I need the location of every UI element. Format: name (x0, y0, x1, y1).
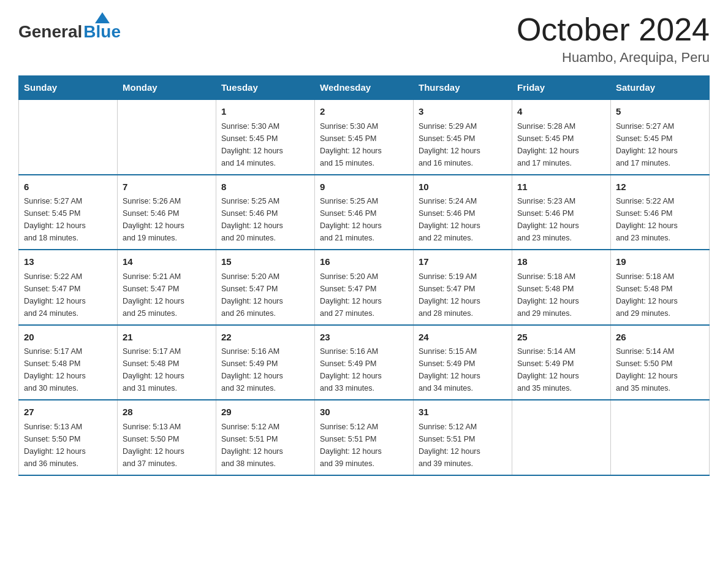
calendar-cell: 8Sunrise: 5:25 AMSunset: 5:46 PMDaylight… (216, 175, 315, 250)
day-info: Sunrise: 5:12 AMSunset: 5:51 PMDaylight:… (221, 423, 283, 468)
calendar-cell: 14Sunrise: 5:21 AMSunset: 5:47 PMDayligh… (118, 250, 216, 325)
day-info: Sunrise: 5:29 AMSunset: 5:45 PMDaylight:… (419, 122, 480, 167)
day-number: 1 (221, 105, 309, 119)
day-info: Sunrise: 5:13 AMSunset: 5:50 PMDaylight:… (123, 423, 184, 468)
calendar-cell: 21Sunrise: 5:17 AMSunset: 5:48 PMDayligh… (118, 325, 216, 400)
day-number: 12 (616, 180, 704, 194)
column-header-wednesday: Wednesday (315, 76, 414, 100)
calendar-cell (512, 400, 611, 475)
day-info: Sunrise: 5:16 AMSunset: 5:49 PMDaylight:… (221, 347, 283, 393)
day-number: 11 (517, 180, 605, 194)
day-number: 14 (123, 255, 211, 269)
calendar-cell: 28Sunrise: 5:13 AMSunset: 5:50 PMDayligh… (118, 400, 216, 475)
day-number: 31 (419, 405, 507, 419)
location-subtitle: Huambo, Arequipa, Peru (517, 50, 710, 66)
day-info: Sunrise: 5:30 AMSunset: 5:45 PMDaylight:… (221, 122, 283, 167)
day-info: Sunrise: 5:28 AMSunset: 5:45 PMDaylight:… (517, 122, 579, 167)
day-info: Sunrise: 5:17 AMSunset: 5:48 PMDaylight:… (123, 347, 184, 393)
calendar-cell (118, 99, 216, 175)
logo-general-text: General (18, 22, 82, 42)
day-number: 28 (123, 405, 211, 419)
logo-blue-text: Blue (83, 22, 121, 42)
day-info: Sunrise: 5:17 AMSunset: 5:48 PMDaylight:… (24, 347, 86, 393)
day-number: 2 (320, 105, 408, 119)
day-number: 6 (24, 180, 112, 194)
calendar-cell: 20Sunrise: 5:17 AMSunset: 5:48 PMDayligh… (19, 325, 118, 400)
day-number: 7 (123, 180, 211, 194)
calendar-table: SundayMondayTuesdayWednesdayThursdayFrid… (18, 75, 710, 476)
calendar-cell: 16Sunrise: 5:20 AMSunset: 5:47 PMDayligh… (315, 250, 414, 325)
column-header-monday: Monday (118, 76, 216, 100)
day-number: 15 (221, 255, 309, 269)
day-info: Sunrise: 5:14 AMSunset: 5:50 PMDaylight:… (616, 347, 678, 393)
calendar-cell: 5Sunrise: 5:27 AMSunset: 5:45 PMDaylight… (611, 99, 710, 175)
day-info: Sunrise: 5:18 AMSunset: 5:48 PMDaylight:… (517, 272, 579, 318)
calendar-cell: 7Sunrise: 5:26 AMSunset: 5:46 PMDaylight… (118, 175, 216, 250)
calendar-cell: 25Sunrise: 5:14 AMSunset: 5:49 PMDayligh… (512, 325, 611, 400)
day-info: Sunrise: 5:21 AMSunset: 5:47 PMDaylight:… (123, 272, 184, 318)
calendar-cell: 30Sunrise: 5:12 AMSunset: 5:51 PMDayligh… (315, 400, 414, 475)
calendar-cell: 31Sunrise: 5:12 AMSunset: 5:51 PMDayligh… (414, 400, 512, 475)
page-header: General Blue October 2024 Huambo, Arequi… (18, 12, 710, 66)
calendar-cell: 23Sunrise: 5:16 AMSunset: 5:49 PMDayligh… (315, 325, 414, 400)
day-info: Sunrise: 5:20 AMSunset: 5:47 PMDaylight:… (320, 272, 382, 318)
month-title: October 2024 (517, 12, 710, 47)
day-info: Sunrise: 5:25 AMSunset: 5:46 PMDaylight:… (221, 197, 283, 242)
day-number: 25 (517, 331, 605, 345)
day-info: Sunrise: 5:22 AMSunset: 5:47 PMDaylight:… (24, 272, 86, 318)
day-info: Sunrise: 5:25 AMSunset: 5:46 PMDaylight:… (320, 197, 382, 242)
day-number: 26 (616, 331, 704, 345)
day-number: 30 (320, 405, 408, 419)
day-number: 18 (517, 255, 605, 269)
day-number: 4 (517, 105, 605, 119)
calendar-cell (611, 400, 710, 475)
day-info: Sunrise: 5:23 AMSunset: 5:46 PMDaylight:… (517, 197, 579, 242)
day-info: Sunrise: 5:19 AMSunset: 5:47 PMDaylight:… (419, 272, 480, 318)
day-number: 3 (419, 105, 507, 119)
day-number: 13 (24, 255, 112, 269)
day-info: Sunrise: 5:22 AMSunset: 5:46 PMDaylight:… (616, 197, 678, 242)
day-info: Sunrise: 5:20 AMSunset: 5:47 PMDaylight:… (221, 272, 283, 318)
day-info: Sunrise: 5:26 AMSunset: 5:46 PMDaylight:… (123, 197, 184, 242)
day-info: Sunrise: 5:27 AMSunset: 5:45 PMDaylight:… (24, 197, 86, 242)
day-number: 27 (24, 405, 112, 419)
calendar-cell: 15Sunrise: 5:20 AMSunset: 5:47 PMDayligh… (216, 250, 315, 325)
calendar-cell: 26Sunrise: 5:14 AMSunset: 5:50 PMDayligh… (611, 325, 710, 400)
column-header-tuesday: Tuesday (216, 76, 315, 100)
day-info: Sunrise: 5:15 AMSunset: 5:49 PMDaylight:… (419, 347, 480, 393)
calendar-cell: 17Sunrise: 5:19 AMSunset: 5:47 PMDayligh… (414, 250, 512, 325)
day-number: 23 (320, 331, 408, 345)
column-header-thursday: Thursday (414, 76, 512, 100)
calendar-cell: 27Sunrise: 5:13 AMSunset: 5:50 PMDayligh… (19, 400, 118, 475)
day-number: 17 (419, 255, 507, 269)
day-number: 29 (221, 405, 309, 419)
calendar-cell: 22Sunrise: 5:16 AMSunset: 5:49 PMDayligh… (216, 325, 315, 400)
calendar-cell: 4Sunrise: 5:28 AMSunset: 5:45 PMDaylight… (512, 99, 611, 175)
calendar-cell: 11Sunrise: 5:23 AMSunset: 5:46 PMDayligh… (512, 175, 611, 250)
day-number: 5 (616, 105, 704, 119)
logo-blue-part: Blue (83, 12, 121, 42)
calendar-cell: 12Sunrise: 5:22 AMSunset: 5:46 PMDayligh… (611, 175, 710, 250)
calendar-cell: 13Sunrise: 5:22 AMSunset: 5:47 PMDayligh… (19, 250, 118, 325)
day-number: 8 (221, 180, 309, 194)
day-info: Sunrise: 5:16 AMSunset: 5:49 PMDaylight:… (320, 347, 382, 393)
column-header-saturday: Saturday (611, 76, 710, 100)
day-info: Sunrise: 5:24 AMSunset: 5:46 PMDaylight:… (419, 197, 480, 242)
day-info: Sunrise: 5:13 AMSunset: 5:50 PMDaylight:… (24, 423, 86, 468)
title-section: October 2024 Huambo, Arequipa, Peru (517, 12, 710, 66)
day-number: 22 (221, 331, 309, 345)
day-number: 10 (419, 180, 507, 194)
day-number: 24 (419, 331, 507, 345)
calendar-cell: 24Sunrise: 5:15 AMSunset: 5:49 PMDayligh… (414, 325, 512, 400)
day-number: 9 (320, 180, 408, 194)
calendar-cell: 18Sunrise: 5:18 AMSunset: 5:48 PMDayligh… (512, 250, 611, 325)
calendar-cell: 1Sunrise: 5:30 AMSunset: 5:45 PMDaylight… (216, 99, 315, 175)
calendar-cell: 9Sunrise: 5:25 AMSunset: 5:46 PMDaylight… (315, 175, 414, 250)
column-header-friday: Friday (512, 76, 611, 100)
day-info: Sunrise: 5:12 AMSunset: 5:51 PMDaylight:… (320, 423, 382, 468)
day-number: 21 (123, 331, 211, 345)
day-info: Sunrise: 5:27 AMSunset: 5:45 PMDaylight:… (616, 122, 678, 167)
logo: General Blue (18, 12, 121, 42)
day-info: Sunrise: 5:30 AMSunset: 5:45 PMDaylight:… (320, 122, 382, 167)
calendar-cell: 3Sunrise: 5:29 AMSunset: 5:45 PMDaylight… (414, 99, 512, 175)
